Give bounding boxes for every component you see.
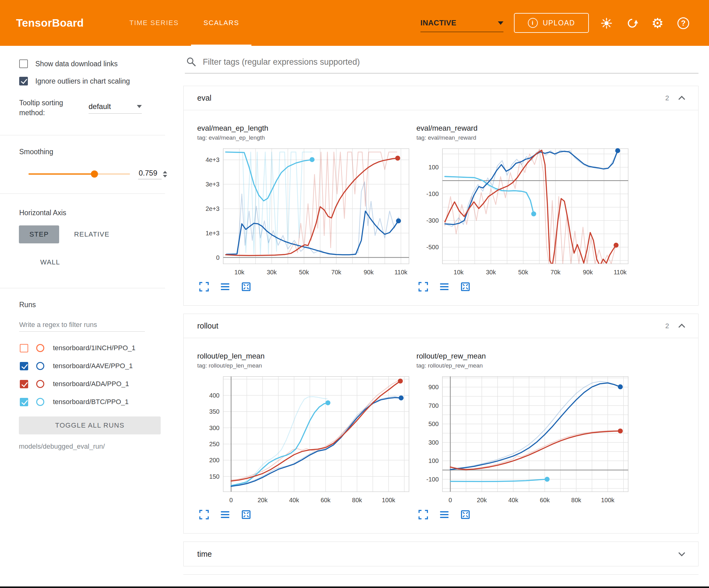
smoothing-slider[interactable] (28, 173, 130, 175)
svg-text:10k: 10k (234, 269, 244, 276)
svg-text:250: 250 (209, 441, 219, 448)
run-row-aave[interactable]: tensorboard/AAVE/PPO_1 (20, 357, 167, 375)
status-label: INACTIVE (420, 19, 456, 27)
tab-time-series[interactable]: TIME SERIES (117, 0, 191, 46)
svg-text:300: 300 (209, 425, 219, 431)
fullscreen-icon[interactable] (199, 509, 210, 521)
section-title: rollout (197, 322, 218, 330)
svg-text:300: 300 (428, 439, 439, 446)
chart-title: eval/mean_reward (416, 124, 633, 132)
svg-text:-500: -500 (426, 244, 439, 251)
section-time-header[interactable]: time (184, 542, 698, 566)
tag-sections: eval 2 eval/mean_ep_length tag: eval/mea… (183, 86, 699, 578)
runs-filter-input[interactable] (19, 318, 145, 332)
spinner-up-icon[interactable] (163, 171, 167, 173)
wall-axis-button[interactable]: WALL (30, 253, 71, 271)
toggle-size-icon[interactable] (219, 281, 231, 293)
svg-text:30k: 30k (267, 269, 277, 276)
run-checkbox[interactable] (20, 344, 28, 352)
run-checkbox[interactable] (20, 398, 28, 406)
run-row-btc[interactable]: tensorboard/BTC/PPO_1 (20, 393, 167, 411)
brightness-icon[interactable] (599, 16, 614, 30)
fit-domain-icon[interactable] (241, 509, 252, 521)
svg-text:110k: 110k (614, 269, 627, 276)
section-eval-body: eval/mean_ep_length tag: eval/mean_ep_le… (184, 110, 698, 305)
checkbox-icon (19, 77, 28, 85)
number-spinner[interactable] (163, 171, 167, 177)
smoothing-value-input[interactable]: 0.759 (138, 169, 167, 179)
show-download-links-checkbox[interactable]: Show data download links (19, 58, 167, 69)
svg-text:30k: 30k (486, 269, 496, 276)
toggle-size-icon[interactable] (439, 281, 450, 293)
chart-card-mean-ep-length: eval/mean_ep_length tag: eval/mean_ep_le… (197, 124, 414, 293)
chevron-up-icon[interactable] (677, 323, 686, 329)
run-row-ada[interactable]: tensorboard/ADA/PPO_1 (20, 375, 167, 393)
svg-text:50k: 50k (299, 269, 309, 276)
help-icon[interactable]: ? (676, 16, 690, 30)
svg-text:70k: 70k (331, 269, 341, 276)
toggle-all-runs-button[interactable]: TOGGLE ALL RUNS (19, 416, 161, 434)
run-row-1inch[interactable]: tensorboard/1INCH/PPO_1 (20, 339, 167, 357)
fit-domain-icon[interactable] (241, 281, 252, 293)
chart-card-mean-reward: eval/mean_reward tag: eval/mean_reward 1… (416, 124, 633, 293)
svg-text:40k: 40k (508, 497, 519, 504)
filter-tags-input[interactable] (203, 56, 699, 68)
chart-plot[interactable]: 10k30k50k70k90k110k100-100-300-500 (416, 145, 633, 280)
svg-text:-100: -100 (426, 476, 439, 483)
section-rollout-header[interactable]: rollout 2 (184, 314, 698, 338)
relative-axis-button[interactable]: RELATIVE (63, 225, 120, 244)
next-section-edge (183, 574, 699, 578)
refresh-icon[interactable] (625, 16, 639, 30)
slider-fill (28, 173, 95, 175)
step-axis-button[interactable]: STEP (19, 225, 59, 244)
svg-text:4e+3: 4e+3 (206, 156, 219, 163)
run-color-circle-icon (36, 362, 44, 370)
tooltip-sorting-row: Tooltip sorting method: default (19, 98, 167, 118)
chevron-down-icon[interactable] (677, 551, 686, 557)
fit-domain-icon[interactable] (460, 509, 472, 521)
section-eval: eval 2 eval/mean_ep_length tag: eval/mea… (183, 86, 699, 306)
svg-text:2e+3: 2e+3 (206, 205, 219, 212)
svg-text:150: 150 (209, 473, 219, 480)
settings-sidebar: Show data download links Ignore outliers… (0, 46, 167, 588)
fullscreen-icon[interactable] (199, 281, 210, 293)
main-content: eval 2 eval/mean_ep_length tag: eval/mea… (183, 46, 709, 588)
chart-plot[interactable]: 020k40k60k80k100k150200250300350400 (197, 373, 414, 508)
toggle-size-icon[interactable] (219, 509, 231, 521)
ignore-outliers-checkbox[interactable]: Ignore outliers in chart scaling (19, 76, 167, 87)
svg-text:20k: 20k (258, 497, 268, 504)
run-list: tensorboard/1INCH/PPO_1 tensorboard/AAVE… (20, 339, 167, 411)
chart-plot[interactable]: 10k30k50k70k90k110k01e+32e+33e+34e+3 (197, 145, 414, 280)
experiment-status-dropdown[interactable]: INACTIVE (420, 14, 503, 32)
chevron-down-icon (137, 105, 142, 108)
settings-gear-icon[interactable]: ⚙ (651, 16, 665, 30)
tab-scalars[interactable]: SCALARS (191, 0, 252, 46)
toggle-size-icon[interactable] (439, 509, 450, 521)
upload-button[interactable]: i UPLOAD (514, 13, 589, 33)
checkbox-label: Ignore outliers in chart scaling (35, 77, 130, 85)
section-count: 2 (665, 322, 669, 330)
run-label: tensorboard/AAVE/PPO_1 (53, 362, 133, 370)
fit-domain-icon[interactable] (460, 281, 472, 293)
svg-text:40k: 40k (289, 497, 299, 504)
chevron-up-icon[interactable] (677, 95, 686, 101)
run-checkbox[interactable] (20, 380, 28, 388)
run-checkbox[interactable] (20, 362, 28, 370)
svg-text:110k: 110k (394, 269, 408, 276)
horizontal-axis-label: Horizontal Axis (19, 209, 167, 218)
chart-plot[interactable]: 020k40k60k80k100k-100100300500700900 (416, 373, 633, 508)
search-icon (186, 57, 196, 67)
fullscreen-icon[interactable] (418, 281, 429, 293)
section-eval-header[interactable]: eval 2 (184, 86, 698, 110)
info-icon: i (528, 18, 538, 28)
svg-text:90k: 90k (583, 269, 593, 276)
fullscreen-icon[interactable] (418, 509, 429, 521)
tooltip-sorting-select[interactable]: default (88, 102, 142, 113)
spinner-down-icon[interactable] (163, 175, 167, 177)
run-color-circle-icon (36, 398, 44, 406)
svg-text:-300: -300 (426, 217, 439, 224)
slider-knob[interactable] (91, 171, 98, 178)
svg-text:60k: 60k (320, 497, 331, 504)
svg-text:50k: 50k (518, 269, 528, 276)
app-title: TensorBoard (16, 0, 84, 46)
